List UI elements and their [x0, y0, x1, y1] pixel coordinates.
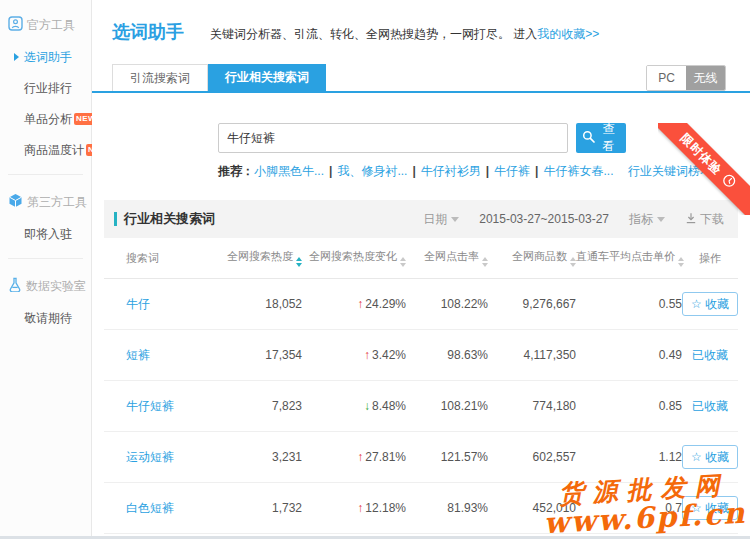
sidebar-item-商品温度计[interactable]: 商品温度计NEW [0, 135, 91, 166]
sidebar-item-label: 商品温度计 [24, 143, 84, 157]
table-row: 牛仔短裤7,823↓8.48%108.21%774,1800.85已收藏 [104, 381, 738, 432]
hot-change-cell: ↑27.81% [302, 450, 406, 464]
column-header-label: 直通车平均点击单价 [576, 250, 675, 262]
keyword-link[interactable]: 牛仔短裤 [126, 399, 174, 413]
search-hot-cell: 7,823 [222, 399, 302, 413]
recommend-link[interactable]: 小脚黑色牛... [254, 164, 324, 178]
collect-button[interactable]: ☆收藏 [682, 292, 738, 316]
table-header-row: 搜索词全网搜索热度全网搜索热度变化全网点击率全网商品数直通车平均点击单价操作 [104, 238, 738, 279]
recommend-row: 推荐：小脚黑色牛...|我、修身衬...|牛仔衬衫男|牛仔裤|牛仔裤女春... … [218, 163, 714, 180]
search-hot-cell: 18,052 [222, 297, 302, 311]
hot-change-cell: ↑3.42% [302, 348, 406, 362]
keyword-link[interactable]: 白色短裤 [126, 501, 174, 515]
products-cell: 774,180 [488, 399, 576, 413]
tab-行业相关搜索词[interactable]: 行业相关搜索词 [208, 64, 326, 91]
tab-panel: 限时体验 查看 推荐：小脚黑色牛...|我、修身衬...|牛仔衬衫男|牛仔裤|牛… [92, 123, 750, 539]
page-subtitle: 关键词分析器、引流、转化、全网热搜趋势，一网打尽。 进入我的收藏>> [210, 26, 599, 43]
date-filter-dropdown[interactable]: 日期 [423, 211, 459, 228]
badge-icon [8, 16, 23, 34]
collect-button[interactable]: ☆收藏 [682, 496, 738, 520]
tab-bar: 引流搜索词行业相关搜索词PC无线 [92, 64, 750, 93]
keyword-cell: 白色短裤 [104, 500, 222, 517]
action-cell: ☆收藏 [682, 292, 738, 316]
column-header-全网商品数[interactable]: 全网商品数 [488, 249, 576, 267]
products-cell: 4,117,350 [488, 348, 576, 362]
search-button[interactable]: 查看 [576, 123, 626, 153]
hot-change-value: 24.29% [365, 297, 406, 311]
active-arrow-icon [14, 53, 19, 61]
related-keywords-table: 搜索词全网搜索热度全网搜索热度变化全网点击率全网商品数直通车平均点击单价操作 牛… [104, 238, 738, 539]
metric-filter-label: 指标 [629, 211, 653, 228]
sidebar-item-即将入驻[interactable]: 即将入驻 [0, 219, 91, 250]
trend-up-icon: ↑ [357, 450, 363, 464]
tab-引流搜索词[interactable]: 引流搜索词 [112, 64, 208, 91]
column-header-全网点击率[interactable]: 全网点击率 [406, 249, 488, 267]
sidebar-item-敬请期待[interactable]: 敬请期待 [0, 303, 91, 334]
table-row: 白色短裤1,732↑12.18%81.93%452,0100.7☆收藏 [104, 483, 738, 534]
column-header-全网搜索热度变化[interactable]: 全网搜索热度变化 [302, 249, 406, 267]
ctr-cell: 81.93% [406, 501, 488, 515]
keyword-cell: 运动短裤 [104, 449, 222, 466]
keyword-link[interactable]: 运动短裤 [126, 450, 174, 464]
sidebar-item-label: 即将入驻 [24, 227, 72, 241]
recommend-separator: | [535, 164, 538, 178]
column-header-全网搜索热度[interactable]: 全网搜索热度 [222, 249, 302, 267]
column-header-label: 全网搜索热度变化 [309, 250, 397, 262]
recommend-separator: | [329, 164, 332, 178]
trend-up-icon: ↑ [357, 297, 363, 311]
products-cell: 452,010 [488, 501, 576, 515]
hot-change-cell: ↓8.48% [302, 399, 406, 413]
sidebar-item-label: 单品分析 [24, 112, 72, 126]
sidebar-item-选词助手[interactable]: 选词助手 [0, 42, 91, 73]
star-icon: ☆ [691, 451, 702, 463]
sidebar-group-title: 官方工具 [0, 6, 91, 42]
keyword-link[interactable]: 牛仔 [126, 297, 150, 311]
sidebar-group-label: 官方工具 [27, 17, 75, 34]
clock-icon [717, 170, 739, 192]
sidebar-group-title: 数据实验室 [0, 267, 91, 303]
ppc-cell: 1.12 [576, 450, 682, 464]
main-content: 选词助手 关键词分析器、引流、转化、全网热搜趋势，一网打尽。 进入我的收藏>> … [92, 0, 750, 536]
keyword-input[interactable] [218, 123, 568, 153]
limited-trial-ribbon[interactable]: 限时体验 [658, 123, 750, 215]
sidebar-item-label: 敬请期待 [24, 311, 72, 325]
column-header-label: 全网点击率 [424, 250, 479, 262]
table-row: 运动短裤3,231↑27.81%121.57%602,5571.12☆收藏 [104, 432, 738, 483]
cube-icon [8, 193, 23, 211]
toggle-option-PC[interactable]: PC [647, 66, 686, 90]
recommend-label: 推荐： [218, 164, 254, 178]
action-cell: 已收藏 [682, 398, 738, 415]
keyword-link[interactable]: 短裤 [126, 348, 150, 362]
column-header-label: 全网搜索热度 [227, 250, 293, 262]
recommend-link[interactable]: 牛仔裤女春... [543, 164, 613, 178]
sidebar-item-行业排行[interactable]: 行业排行 [0, 73, 91, 104]
action-cell: ☆收藏 [682, 445, 738, 469]
chevron-down-icon [657, 217, 665, 222]
ctr-cell: 108.22% [406, 297, 488, 311]
toggle-option-无线[interactable]: 无线 [686, 66, 725, 90]
products-cell: 9,276,667 [488, 297, 576, 311]
recommend-separator: | [412, 164, 415, 178]
sidebar-item-单品分析[interactable]: 单品分析NEW [0, 104, 91, 135]
collected-label: 已收藏 [692, 399, 728, 413]
recommend-link[interactable]: 我、修身衬... [337, 164, 407, 178]
column-header-直通车平均点击单价[interactable]: 直通车平均点击单价 [576, 249, 682, 267]
app-window: 官方工具选词助手行业排行单品分析NEW商品温度计NEW第三方工具即将入驻数据实验… [0, 0, 750, 536]
keyword-cell: 牛仔 [104, 296, 222, 313]
recommend-link[interactable]: 牛仔衬衫男 [421, 164, 481, 178]
trend-up-icon: ↑ [357, 501, 363, 515]
search-hot-cell: 3,231 [222, 450, 302, 464]
products-cell: 602,557 [488, 450, 576, 464]
device-toggle: PC无线 [646, 65, 726, 91]
action-cell: ☆收藏 [682, 496, 738, 520]
sidebar-group-label: 第三方工具 [27, 194, 87, 211]
star-icon: ☆ [691, 298, 702, 310]
action-cell: 已收藏 [682, 347, 738, 364]
recommend-link[interactable]: 牛仔裤 [494, 164, 530, 178]
collect-button[interactable]: ☆收藏 [682, 445, 738, 469]
my-favorites-link[interactable]: 我的收藏>> [537, 27, 599, 41]
table-row: 牛仔18,052↑24.29%108.22%9,276,6670.55☆收藏 [104, 279, 738, 330]
search-hot-cell: 17,354 [222, 348, 302, 362]
trend-up-icon: ↑ [364, 348, 370, 362]
hot-change-cell: ↑12.18% [302, 501, 406, 515]
